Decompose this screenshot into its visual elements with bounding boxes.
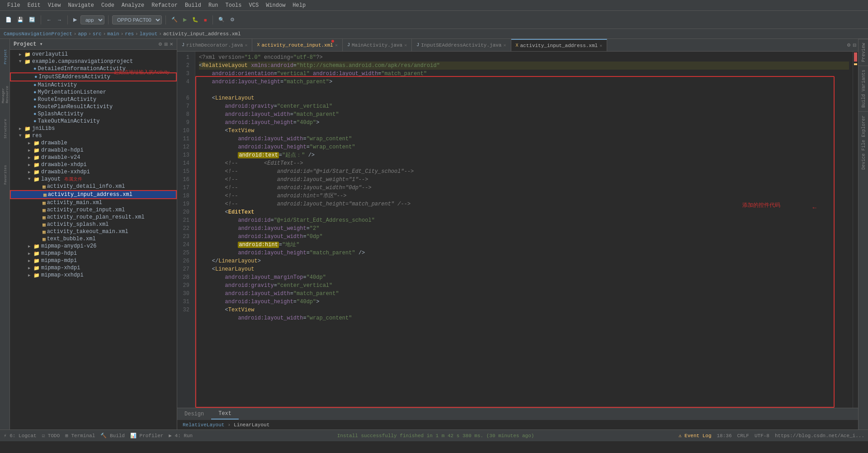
tree-mipmap-anydpi[interactable]: ▶ 📁 mipmap-anydpi-v26: [10, 243, 177, 250]
toolbar-save[interactable]: 💾: [15, 16, 25, 24]
tree-activity-route[interactable]: ▦ activity_route_input.xml: [10, 206, 177, 214]
menu-window[interactable]: Window: [262, 2, 289, 9]
toolbar-stop[interactable]: ■: [202, 16, 209, 24]
panel-preview[interactable]: Preview: [859, 39, 868, 66]
sidebar-icon-favorites[interactable]: Favorites: [1, 161, 9, 188]
toolbar-settings[interactable]: ⚙: [228, 16, 236, 24]
breadcrumb-project[interactable]: CampusNavigationProject: [4, 31, 72, 37]
tree-activity-input[interactable]: ▦ activity_input_address.xml: [10, 190, 177, 199]
code-line-21: android:id="@+id/Start_Edt_Address_schoo…: [199, 216, 849, 224]
code-line-8: android:layout_width="match_parent": [199, 110, 849, 119]
tab-settings[interactable]: ⚙: [847, 43, 851, 48]
tab-route-input[interactable]: X activity_route_input.xml ✕: [252, 39, 342, 51]
device-dropdown[interactable]: OPPO PACT00: [112, 15, 162, 24]
tree-activity-route-plan[interactable]: ▦ activity_route_plan_result.xml: [10, 214, 177, 221]
sidebar-icon-project[interactable]: Project: [1, 41, 9, 72]
status-build[interactable]: 🔨 Build: [100, 433, 125, 439]
tree-jnilibs[interactable]: ▶ 📁 jniLibs: [10, 125, 177, 132]
tree-drawable-hdpi[interactable]: ▶ 📁 drawable-hdpi: [10, 147, 177, 154]
tree-drawable-xhdpi[interactable]: ▶ 📁 drawable-xhdpi: [10, 161, 177, 168]
tree-mipmap-mdpi[interactable]: ▶ 📁 mipmap-mdpi: [10, 257, 177, 264]
tab-mainactivity[interactable]: J MainActivity.java ✕: [343, 39, 412, 51]
tab-close-rithm[interactable]: ✕: [245, 43, 247, 48]
menu-help[interactable]: Help: [289, 2, 309, 9]
breadcrumb-app[interactable]: app: [78, 31, 87, 37]
tree-drawable[interactable]: ▶ 📁 drawable: [10, 139, 177, 147]
toolbar-search[interactable]: 🔍: [217, 16, 226, 24]
status-todo[interactable]: ☑ TODO: [42, 433, 60, 439]
tree-activity-detail[interactable]: ▦ activity_detail_info.xml: [10, 183, 177, 190]
tree-mainactivity[interactable]: ● MainActivity: [10, 81, 177, 89]
tab-close-activity-input[interactable]: ✕: [599, 43, 602, 48]
toolbar-build[interactable]: 🔨: [170, 16, 179, 24]
tree-splash[interactable]: ● SplashActivity: [10, 110, 177, 118]
tree-routeplan[interactable]: ● RoutePlanResultActivity: [10, 103, 177, 110]
tab-design[interactable]: Design: [177, 408, 211, 420]
tree-drawable-v24[interactable]: ▶ 📁 drawable-v24: [10, 154, 177, 161]
menu-edit[interactable]: Edit: [24, 2, 44, 9]
breadcrumb-layout[interactable]: layout: [140, 31, 158, 37]
toolbar-forward[interactable]: →: [55, 16, 64, 24]
menu-run[interactable]: Run: [205, 2, 222, 9]
status-logcat[interactable]: ⚡ 6: Logcat: [4, 433, 37, 439]
project-expand[interactable]: ⊞: [164, 42, 168, 47]
status-event-log[interactable]: ⚠ Event Log: [679, 433, 712, 439]
tree-mipmap-hdpi[interactable]: ▶ 📁 mipmap-hdpi: [10, 250, 177, 257]
toolbar-run-config[interactable]: ▶: [71, 16, 79, 24]
tab-activity-input[interactable]: X activity_input_address.xml ✕: [511, 39, 608, 51]
tab-close-route[interactable]: ✕: [335, 43, 338, 48]
menu-analyze[interactable]: Analyze: [118, 2, 148, 9]
status-run[interactable]: ▶ 4: Run: [169, 433, 193, 439]
tree-mipmap-xhdpi[interactable]: ▶ 📁 mipmap-xhdpi: [10, 264, 177, 272]
status-profiler[interactable]: 📊 Profiler: [130, 433, 163, 439]
tab-close-main[interactable]: ✕: [404, 43, 407, 48]
toolbar-back[interactable]: ←: [45, 16, 53, 24]
tree-activity-takeout[interactable]: ▦ activity_takeout_main.xml: [10, 228, 177, 235]
tab-close-inputse[interactable]: ✕: [503, 43, 506, 48]
app-dropdown[interactable]: app: [80, 15, 104, 24]
tab-text[interactable]: Text: [211, 408, 239, 420]
tree-overlayutil[interactable]: ▶ 📁 overlayutil: [10, 51, 177, 58]
panel-build-variants[interactable]: Build Variants: [859, 66, 868, 111]
toolbar-debug[interactable]: 🐛: [190, 16, 200, 24]
tree-mipmap-xxhdpi[interactable]: ▶ 📁 mipmap-xxhdpi: [10, 272, 177, 279]
tree-routeinput[interactable]: ● RouteInputActivity: [10, 96, 177, 103]
status-url[interactable]: https://blog.csdn.net/Ace_i...: [775, 433, 864, 439]
tree-activity-main[interactable]: ▦ activity_main.xml: [10, 199, 177, 206]
tree-takeout[interactable]: ● TakeOutMainActivity: [10, 118, 177, 125]
tab-split[interactable]: ⊟: [853, 43, 856, 48]
menu-code[interactable]: Code: [98, 2, 118, 9]
status-encoding[interactable]: UTF-8: [755, 433, 769, 439]
toolbar-new[interactable]: 📄: [4, 16, 14, 24]
tree-layout[interactable]: ▼ 📁 layout 布属文件: [10, 176, 177, 183]
menu-build[interactable]: Build: [181, 2, 205, 9]
project-gear[interactable]: ⚙: [158, 42, 162, 47]
menu-file[interactable]: File: [4, 2, 24, 9]
menu-navigate[interactable]: Navigate: [64, 2, 98, 9]
tree-text-bubble[interactable]: ▦ text_bubble.xml: [10, 235, 177, 243]
sidebar-icon-resource[interactable]: Resource Manager: [1, 73, 9, 105]
tree-drawable-xxhdpi[interactable]: ▶ 📁 drawable-xxhdpi: [10, 168, 177, 176]
menu-tools[interactable]: Tools: [222, 2, 245, 9]
toolbar-refresh[interactable]: 🔄: [27, 16, 37, 24]
tree-campusnavigationproject[interactable]: ▼ 📁 example.campusnavigationproject: [10, 58, 177, 65]
bottom-bread-relative[interactable]: RelativeLayout: [183, 422, 224, 428]
menu-vcs[interactable]: VCS: [245, 2, 263, 9]
status-terminal[interactable]: ⊞ Terminal: [65, 433, 95, 439]
breadcrumb-res[interactable]: res: [125, 31, 134, 37]
tree-myorientation[interactable]: ● MyOrientationListener: [10, 89, 177, 96]
breadcrumb-main[interactable]: main: [107, 31, 119, 37]
tree-res[interactable]: ▼ 📁 res: [10, 132, 177, 139]
panel-file-explorer[interactable]: Device File Explorer: [859, 111, 868, 173]
menu-view[interactable]: View: [44, 2, 65, 9]
tab-inputse[interactable]: J InputSEAddressActivity.java ✕: [412, 39, 511, 51]
tree-activity-splash[interactable]: ▦ activity_splash.xml: [10, 221, 177, 228]
project-close[interactable]: ✕: [170, 42, 173, 47]
toolbar-run[interactable]: ▶: [181, 16, 189, 24]
sidebar-icon-structure[interactable]: Structure: [1, 115, 9, 142]
code-area[interactable]: 添加的控件代码 ← <?xml version="1.0" encoding="…: [195, 52, 853, 408]
breadcrumb-src[interactable]: src: [93, 31, 102, 37]
status-crlf[interactable]: CRLF: [737, 433, 749, 439]
tab-rithm[interactable]: J rithmDecorator.java ✕: [177, 39, 252, 51]
menu-refactor[interactable]: Refactor: [148, 2, 181, 9]
